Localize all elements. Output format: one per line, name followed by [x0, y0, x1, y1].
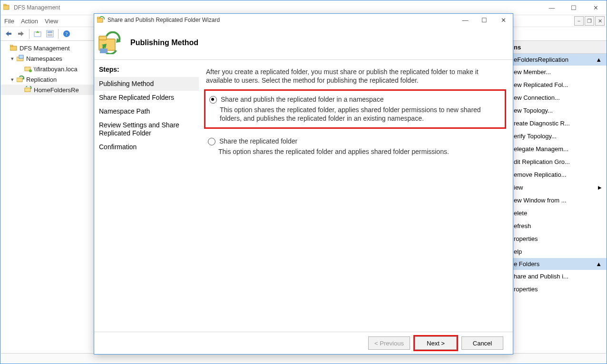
svg-rect-3 — [8, 33, 11, 35]
replication-icon — [17, 76, 24, 83]
tree-replication-item-label: HomeFoldersRe — [34, 86, 79, 94]
action-create-diagnostic-report[interactable]: reate Diagnostic R... — [509, 117, 607, 130]
toolbar-up-button[interactable] — [32, 29, 43, 39]
option2-description: This option shares the replicated folder… — [218, 147, 502, 156]
menu-action[interactable]: Action — [21, 18, 38, 25]
actions-header: ns — [509, 41, 607, 54]
main-system-buttons: — ☐ ✕ — [541, 0, 607, 15]
action-folder-properties[interactable]: roperties — [509, 283, 607, 296]
tail-icon-restore[interactable]: ❐ — [585, 16, 594, 26]
steps-heading: Steps: — [99, 66, 194, 73]
option1-highlight: Share and publish the replicated folder … — [204, 89, 506, 129]
wizard-header-icon — [98, 31, 121, 54]
chevron-down-icon: ▾ — [9, 56, 16, 62]
nav-forward-button[interactable] — [16, 29, 26, 39]
tree-root-label: DFS Management — [20, 45, 70, 52]
actions-group-top-label: eFoldersReplication — [514, 56, 568, 63]
wizard-header: Publishing Method — [94, 26, 513, 60]
step-publishing-method[interactable]: Publishing Method — [94, 77, 199, 91]
svg-point-19 — [29, 69, 32, 72]
radio-share-and-publish[interactable] — [209, 96, 217, 104]
radio-share-only[interactable] — [208, 138, 215, 145]
main-title: DFS Management — [14, 4, 541, 11]
wizard-steps: Steps: Publishing Method Share Replicate… — [94, 60, 199, 332]
nav-back-button[interactable] — [3, 29, 14, 39]
wizard-maximize-button[interactable]: ☐ — [475, 14, 494, 26]
option1-description: This option shares the replicated folder… — [220, 105, 501, 123]
maximize-button[interactable]: ☐ — [563, 0, 585, 15]
tree-namespaces-label: Namespaces — [26, 55, 62, 62]
menu-file[interactable]: File — [4, 18, 14, 25]
wizard-footer: < Previous Next > Cancel — [94, 332, 513, 354]
action-view[interactable]: iew▶ — [509, 181, 607, 194]
collapse-icon: ▲ — [596, 56, 602, 63]
step-review-settings[interactable]: Review Settings and Share Replicated Fol… — [99, 118, 194, 140]
actions-group-top[interactable]: eFoldersReplication ▲ — [509, 54, 607, 66]
option-share-only[interactable]: Share the replicated folder This option … — [206, 134, 504, 159]
tail-icon-minimize[interactable]: − — [574, 16, 584, 26]
action-refresh[interactable]: efresh — [509, 220, 607, 232]
wizard-minimize-button[interactable]: — — [456, 14, 475, 26]
svg-rect-10 — [48, 34, 52, 35]
main-titlebar: DFS Management — ☐ ✕ — [0, 0, 607, 15]
action-new-member[interactable]: ew Member... — [509, 66, 607, 78]
action-share-and-publish[interactable]: hare and Publish i... — [509, 270, 607, 283]
action-remove-replication[interactable]: emove Replicatio... — [509, 168, 607, 181]
wizard-intro-text: After you create a replicated folder, yo… — [206, 67, 504, 85]
close-button[interactable]: ✕ — [585, 0, 607, 15]
share-icon — [24, 65, 32, 73]
action-verify-topology[interactable]: erify Topology... — [509, 130, 607, 143]
svg-rect-15 — [10, 45, 13, 47]
svg-rect-20 — [17, 78, 22, 82]
minimize-button[interactable]: — — [541, 0, 563, 15]
svg-rect-29 — [100, 48, 108, 53]
wizard-titlebar: Share and Publish Replicated Folder Wiza… — [94, 14, 513, 26]
toolbar-separator — [29, 29, 29, 38]
svg-text:?: ? — [66, 31, 68, 37]
step-confirmation[interactable]: Confirmation — [99, 140, 194, 154]
cancel-button[interactable]: Cancel — [461, 336, 503, 350]
option2-label: Share the replicated folder — [219, 137, 297, 145]
step-share-replicated-folders[interactable]: Share Replicated Folders — [99, 91, 194, 105]
action-edit-replication-group[interactable]: dit Replication Gro... — [509, 155, 607, 168]
option1-label: Share and publish the replicated folder … — [221, 96, 383, 103]
toolbar-separator — [58, 29, 59, 38]
wizard-close-button[interactable]: ✕ — [494, 14, 513, 26]
chevron-down-icon: ▾ — [9, 77, 16, 83]
menu-view[interactable]: View — [45, 18, 58, 25]
folder-icon — [10, 44, 18, 52]
svg-rect-11 — [48, 35, 52, 36]
help-icon[interactable]: ? — [61, 29, 72, 39]
action-properties[interactable]: roperties — [509, 232, 607, 245]
wizard-content: After you create a replicated folder, yo… — [199, 60, 513, 332]
actions-group-folders[interactable]: e Folders ▲ — [509, 258, 607, 270]
svg-rect-1 — [3, 4, 6, 6]
namespace-icon — [17, 55, 24, 62]
toolbar-properties-button[interactable] — [45, 29, 55, 39]
svg-rect-26 — [99, 36, 107, 40]
action-delete[interactable]: elete — [509, 207, 607, 220]
svg-rect-5 — [18, 33, 21, 35]
option-share-and-publish[interactable]: Share and publish the replicated folder … — [207, 93, 503, 125]
action-new-topology[interactable]: ew Topology... — [509, 104, 607, 117]
next-button[interactable]: Next > — [415, 336, 457, 350]
share-publish-wizard: Share and Publish Replicated Folder Wiza… — [94, 13, 513, 354]
action-new-window[interactable]: ew Window from ... — [509, 194, 607, 207]
statusbar — [1, 353, 606, 363]
actions-panel: ns eFoldersReplication ▲ ew Member... ew… — [509, 41, 607, 355]
action-delegate-management[interactable]: elegate Managem... — [509, 143, 607, 155]
action-new-connection[interactable]: ew Connection... — [509, 91, 607, 104]
action-new-replicated-folder[interactable]: ew Replicated Fol... — [509, 78, 607, 91]
submenu-arrow-icon: ▶ — [598, 185, 602, 190]
replication-group-icon — [24, 86, 32, 94]
app-icon — [3, 4, 11, 11]
tail-icon-close[interactable]: ✕ — [595, 16, 605, 26]
step-namespace-path[interactable]: Namespace Path — [99, 105, 194, 118]
tree-replication-label: Replication — [26, 76, 57, 83]
action-help[interactable]: elp — [509, 245, 607, 258]
actions-group-folders-label: e Folders — [514, 260, 539, 268]
wizard-icon — [97, 16, 105, 24]
svg-rect-9 — [48, 31, 52, 33]
collapse-icon: ▲ — [596, 260, 602, 268]
svg-rect-22 — [25, 88, 30, 92]
